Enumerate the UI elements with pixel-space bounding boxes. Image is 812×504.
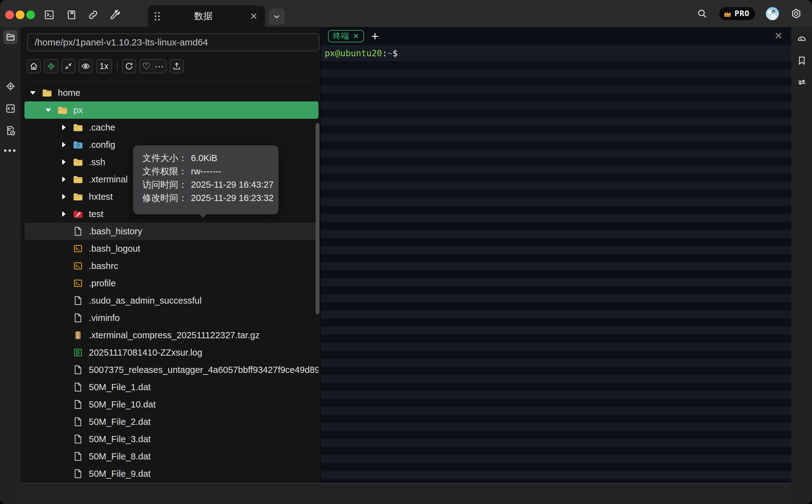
- tree-row-label: home: [58, 88, 80, 98]
- tree-row-5007375_releases_untagger_4a6057bbff93427f9ce49d896199810[interactable]: 5007375_releases_untagger_4a6057bbff9342…: [24, 361, 318, 378]
- sidebar-code-icon[interactable]: [3, 101, 18, 116]
- bookmark-icon[interactable]: [795, 53, 809, 68]
- tree-row-20251117081410-ZZxsur.log[interactable]: 20251117081410-ZZxsur.log: [24, 344, 318, 361]
- file-panel: 1x ♡ ⋯ home px .cache .confi: [21, 27, 320, 483]
- refresh-button[interactable]: [122, 59, 136, 73]
- tab-drag-handle-icon[interactable]: [155, 12, 160, 20]
- caret-icon[interactable]: [44, 109, 53, 112]
- tree-row-.sudo_as_admin_successful[interactable]: .sudo_as_admin_successful: [24, 292, 318, 309]
- tree-row-label: .sudo_as_admin_successful: [89, 296, 201, 306]
- sidebar-history-icon[interactable]: [3, 124, 18, 138]
- file-toolbar: 1x ♡ ⋯: [27, 59, 187, 74]
- tree-row-label: 50M_File_3.dat: [89, 434, 151, 444]
- tree-row-label: .bash_history: [89, 226, 142, 237]
- shell-file-icon: [72, 243, 84, 254]
- tree-row-label: hxtest: [89, 192, 113, 202]
- terminal-tab[interactable]: 终端 ✕: [328, 30, 364, 42]
- maximize-window-button[interactable]: [26, 11, 35, 19]
- tree-row-50M_File_8.dat[interactable]: 50M_File_8.dat: [24, 448, 318, 465]
- wrench-icon[interactable]: [108, 8, 121, 21]
- app-window: 数据 ✕ PRO: [0, 0, 812, 504]
- tree-row-label: px: [73, 105, 83, 115]
- tree-row-label: 50M_File_10.dat: [89, 399, 156, 410]
- sidebar-more-icon[interactable]: •••: [3, 143, 18, 158]
- tab-data[interactable]: 数据 ✕: [148, 6, 265, 27]
- tree-row-.profile[interactable]: .profile: [24, 275, 318, 292]
- tree-row-px[interactable]: px: [24, 101, 318, 119]
- favorite-more-button[interactable]: ♡ ⋯: [139, 59, 166, 73]
- toolbar-divider: [117, 62, 117, 71]
- terminal-screen[interactable]: [321, 61, 791, 483]
- new-terminal-icon[interactable]: [43, 8, 56, 21]
- locate-current-button[interactable]: [44, 59, 58, 73]
- tree-row-50M_File_2.dat[interactable]: 50M_File_2.dat: [24, 413, 318, 430]
- crown-icon: [723, 10, 732, 18]
- tooltip-row: 文件大小： 6.0KiB: [142, 152, 279, 165]
- caret-icon[interactable]: [59, 125, 68, 130]
- tree-row-.bashrc[interactable]: .bashrc: [24, 257, 318, 275]
- caret-icon[interactable]: [28, 91, 37, 95]
- search-icon[interactable]: [696, 7, 709, 20]
- monitor-gauge-icon[interactable]: [795, 32, 809, 46]
- caret-icon[interactable]: [59, 159, 68, 165]
- tab-close-icon[interactable]: ✕: [247, 10, 261, 23]
- tree-row-.xterminal_compress_202511122327.tar.gz[interactable]: .xterminal_compress_202511122327.tar.gz: [24, 327, 318, 344]
- file-info-tooltip: 文件大小： 6.0KiB 文件权限： rw------- 访问时间： 2025-…: [133, 145, 279, 214]
- sidebar-target-icon[interactable]: [3, 79, 18, 93]
- log-file-icon: [72, 347, 84, 358]
- tree-row-label: .viminfo: [89, 313, 120, 323]
- caret-icon[interactable]: [59, 211, 68, 217]
- file-tree-scrollbar[interactable]: [316, 123, 319, 314]
- tooltip-row: 访问时间： 2025-11-29 16:43:27: [142, 178, 279, 191]
- prompt-user-host: px@ubuntu20: [325, 48, 382, 58]
- sidebar-files-icon[interactable]: [3, 30, 18, 44]
- pro-badge[interactable]: PRO: [719, 7, 755, 20]
- minimize-window-button[interactable]: [16, 11, 24, 19]
- terminal-prompt-line[interactable]: px@ubuntu20:~$: [321, 45, 791, 61]
- tree-row-50M_File_3.dat[interactable]: 50M_File_3.dat: [24, 430, 318, 448]
- tree-row-.viminfo[interactable]: .viminfo: [24, 309, 318, 327]
- preview-eye-button[interactable]: [79, 59, 93, 73]
- tree-row-label: test: [89, 209, 103, 219]
- transfer-arrows-icon[interactable]: [795, 75, 809, 89]
- tree-row-.cache[interactable]: .cache: [24, 119, 318, 136]
- snippets-book-icon[interactable]: [65, 8, 78, 21]
- tree-row-.bash_logout[interactable]: .bash_logout: [24, 240, 318, 257]
- folder-icon: [72, 173, 84, 185]
- more-icon[interactable]: ⋯: [153, 61, 166, 72]
- file-icon: [72, 399, 84, 410]
- new-terminal-tab-button[interactable]: +: [371, 30, 378, 42]
- settings-gear-icon[interactable]: [790, 7, 803, 20]
- tree-row-label: 20251117081410-ZZxsur.log: [89, 348, 202, 358]
- folder-icon: [57, 104, 68, 116]
- folder-icon: [72, 122, 84, 133]
- path-input[interactable]: [27, 33, 319, 51]
- home-button[interactable]: [27, 59, 41, 73]
- heart-icon[interactable]: ♡: [140, 61, 153, 72]
- link-icon[interactable]: [87, 8, 100, 21]
- tree-row-50M_File_9.dat[interactable]: 50M_File_9.dat: [24, 465, 318, 482]
- avatar[interactable]: [766, 7, 779, 20]
- tree-row-label: .profile: [89, 278, 116, 288]
- tree-row-label: .ssh: [89, 157, 105, 167]
- tree-row-50M_File_10.dat[interactable]: 50M_File_10.dat: [24, 396, 318, 413]
- tab-label: 数据: [160, 10, 247, 23]
- status-bar: [21, 483, 791, 504]
- tab-list-dropdown-button[interactable]: [269, 9, 285, 25]
- tree-row-.bash_history[interactable]: .bash_history: [24, 223, 318, 240]
- zoom-level-button[interactable]: 1x: [96, 59, 112, 73]
- right-sidebar: [791, 27, 812, 504]
- terminal-panel: 终端 ✕ + ✕ px@ubuntu20:~$: [321, 27, 791, 483]
- toolbar-divider-line: [27, 81, 313, 82]
- collapse-button[interactable]: [61, 59, 75, 73]
- terminal-panel-close-icon[interactable]: ✕: [774, 30, 783, 42]
- upload-button[interactable]: [169, 59, 184, 73]
- caret-icon[interactable]: [59, 177, 68, 182]
- tree-row-50M_File_1.dat[interactable]: 50M_File_1.dat: [24, 378, 318, 396]
- caret-icon[interactable]: [59, 142, 68, 147]
- tree-row-home[interactable]: home: [24, 84, 318, 101]
- caret-icon[interactable]: [59, 194, 68, 199]
- close-window-button[interactable]: [5, 11, 14, 19]
- tree-row-label: 50M_File_9.dat: [89, 469, 151, 479]
- terminal-tab-close-icon[interactable]: ✕: [353, 32, 359, 41]
